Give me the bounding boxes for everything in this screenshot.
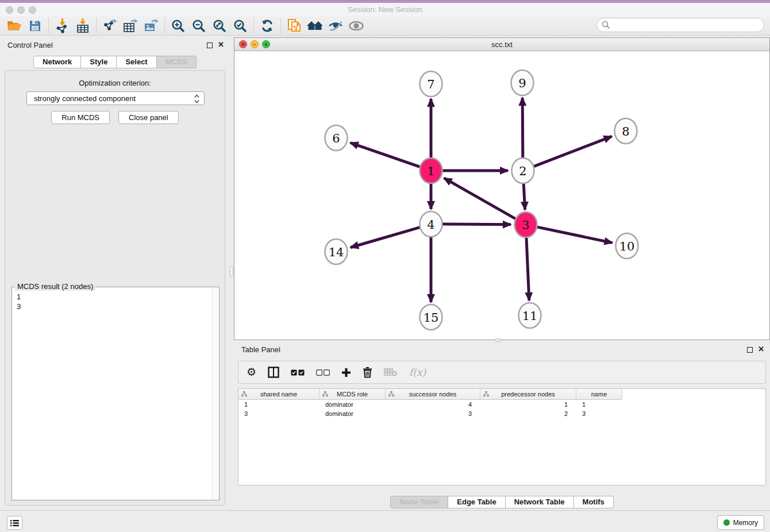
panel-splitter-handle[interactable] [230,266,233,276]
mcds-result-title: MCDS result (2 nodes) [15,282,95,291]
network-title: scc.txt [234,40,769,49]
hide-details-eye-icon[interactable] [327,18,344,34]
graph-edge-1-6[interactable] [351,142,421,167]
network-window: ✕ − + scc.txt 7968124314101511 [234,37,770,340]
function-builder-icon[interactable]: f(x) [409,365,426,380]
graph-node-3[interactable]: 3 [515,212,537,237]
status-bar: Memory [0,510,770,532]
table-cell: 1 [238,400,319,409]
graph-node-4[interactable]: 4 [420,211,442,237]
graph-edge-4-14[interactable] [351,227,421,247]
duplicate-network-icon[interactable] [286,18,303,34]
close-panel-button[interactable]: Close panel [118,111,179,124]
export-table-icon[interactable] [122,18,139,34]
delete-column-trash-icon[interactable] [363,365,372,380]
tab-network[interactable]: Network [33,56,81,68]
table-settings-gear-icon[interactable]: ⚙ [247,365,256,380]
show-columns-icon[interactable] [268,365,279,380]
import-table-icon[interactable] [74,18,91,34]
graph-node-2[interactable]: 2 [512,158,534,183]
table-row[interactable]: 3dominator323 [238,409,765,418]
graph-node-7[interactable]: 7 [420,71,442,97]
deselect-all-icon[interactable] [316,365,330,380]
show-details-eye-icon[interactable] [348,18,365,34]
refresh-icon[interactable] [259,18,276,34]
search-icon [602,21,610,29]
float-panel-icon[interactable] [747,347,753,353]
table-panel-title: Table Panel [241,345,280,354]
column-header-mcds-role[interactable]: MCDS role [319,389,386,400]
svg-text:2: 2 [519,164,526,178]
float-panel-icon[interactable] [207,43,213,48]
export-network-icon[interactable] [101,18,118,34]
table-toolbar: ⚙ f(x) [238,361,766,384]
toolbar-separator [96,18,97,33]
search-input[interactable] [596,18,764,32]
select-stepper-icon [194,94,200,106]
control-panel-tabs: NetworkStyleSelectMCDS [0,56,230,68]
graph-edge-3-10[interactable] [537,227,613,243]
graph-node-1[interactable]: 1 [420,158,442,183]
control-panel-title: Control Panel [7,41,53,49]
graph-edge-2-3[interactable] [523,182,525,210]
save-session-icon[interactable] [26,18,44,34]
graph-node-15[interactable]: 15 [420,304,442,330]
svg-text:1: 1 [427,164,434,178]
svg-text:6: 6 [332,132,340,145]
graph-edge-3-11[interactable] [526,236,529,300]
import-network-icon[interactable] [53,18,71,34]
tab-node-table[interactable]: Node Table [390,496,448,508]
tab-edge-table[interactable]: Edge Table [448,496,505,508]
tab-style[interactable]: Style [81,56,117,68]
table-row[interactable]: 1dominator411 [238,400,765,409]
toolbar-separator [48,18,49,33]
graph-node-11[interactable]: 11 [519,303,541,328]
criterion-select[interactable]: strongly connected component [26,91,205,105]
graph-node-9[interactable]: 9 [511,70,534,95]
column-header-name[interactable]: name [576,389,622,400]
graph-node-6[interactable]: 6 [325,125,348,151]
tab-select[interactable]: Select [117,56,156,68]
graph-edge-2-9[interactable] [522,98,523,160]
mcds-panel: Optimization criterion: strongly connect… [5,70,225,506]
network-window-titlebar[interactable]: ✕ − + scc.txt [234,38,769,51]
open-session-icon[interactable] [6,18,23,34]
column-header-shared-name[interactable]: shared name [238,389,319,400]
export-image-icon[interactable] [143,18,160,34]
result-scrollbar[interactable] [212,288,218,499]
zoom-in-icon[interactable] [170,18,187,34]
close-panel-icon[interactable]: ✕ [218,40,224,49]
close-panel-icon[interactable]: ✕ [758,345,764,353]
toolbar-separator [280,18,281,33]
table-cell: 1 [480,400,576,409]
search-field [596,18,764,32]
graph-edge-3-1[interactable] [444,178,517,219]
graph-edge-2-8[interactable] [533,136,612,167]
graph-node-10[interactable]: 10 [616,233,638,259]
column-header-predecessor-nodes[interactable]: predecessor nodes [480,389,576,400]
graph-edge-4-3[interactable] [442,224,511,225]
svg-text:11: 11 [522,309,538,323]
svg-text:9: 9 [518,76,526,90]
tab-network-table[interactable]: Network Table [506,496,574,508]
run-mcds-button[interactable]: Run MCDS [51,111,110,124]
table-cell: dominator [319,409,386,418]
mcds-result-line: 1 [17,292,21,302]
task-history-button[interactable] [7,516,22,530]
tab-mcds[interactable]: MCDS [157,56,197,68]
column-header-successor-nodes[interactable]: successor nodes [386,389,480,400]
home-icon[interactable] [306,18,324,34]
add-column-icon[interactable] [341,365,351,380]
network-canvas[interactable]: 7968124314101511 [234,51,769,340]
svg-text:8: 8 [622,125,629,138]
zoom-fit-icon[interactable] [211,18,228,34]
table-cell: 3 [238,409,319,418]
tab-motifs[interactable]: Motifs [574,496,614,508]
zoom-out-icon[interactable] [190,18,207,34]
zoom-selected-icon[interactable] [232,18,249,34]
select-all-icon[interactable] [291,365,305,380]
delete-table-icon[interactable] [384,365,398,380]
graph-node-14[interactable]: 14 [325,239,348,264]
graph-node-8[interactable]: 8 [615,118,637,144]
memory-button[interactable]: Memory [717,515,764,530]
